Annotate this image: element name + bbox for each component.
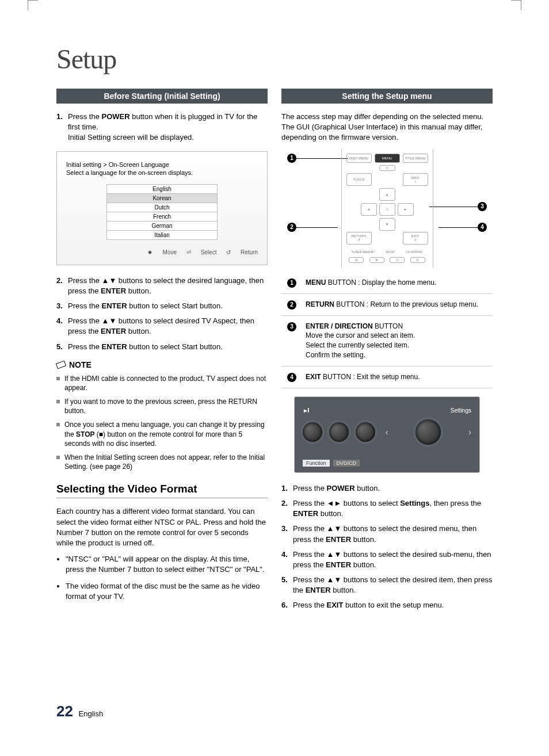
step-item: 2.Press the ◄► buttons to select Setting…: [281, 498, 493, 519]
steps-list-initial-2: 2.Press the ▲▼ buttons to select the des…: [56, 276, 268, 352]
panel-instruction: Select a language for the on-screen disp…: [66, 169, 258, 176]
carousel-icon-3: [356, 422, 375, 442]
panel-footer: ⯁ Move ⏎ Select ↺ Return: [66, 249, 258, 255]
language-option: Korean: [106, 194, 218, 203]
step-item: 2.Press the ▲▼ buttons to select the des…: [56, 276, 268, 296]
settings-label: Settings: [451, 407, 471, 414]
step-item: 3.Press the ▲▼ buttons to select the des…: [281, 524, 493, 544]
callout-1: 1: [287, 154, 296, 163]
callout-3: 3: [478, 202, 487, 211]
note-icon: [56, 360, 66, 369]
video-format-bullets: "NTSC" or "PAL" will appear on the displ…: [56, 554, 268, 602]
language-option: Italian: [106, 231, 218, 240]
language-option: English: [106, 184, 218, 194]
source-tag: DVD/CD: [333, 460, 360, 467]
hint-move: ⯁ Move: [147, 249, 177, 255]
step-item: 5.Press the ENTER button to select Start…: [56, 342, 268, 352]
section-bar-right: Setting the Setup menu: [281, 89, 493, 104]
step-item: 4.Press the ▲▼ buttons to select the des…: [281, 549, 493, 570]
remote-display-icon: ▭: [379, 165, 395, 171]
notes-list: If the HDMI cable is connected to the pr…: [56, 374, 268, 472]
remote-down: ▼: [379, 218, 395, 231]
page-footer: 22 English: [56, 702, 103, 720]
language-option: Dutch: [106, 203, 218, 212]
language-option: German: [106, 222, 218, 231]
remote-right: ►: [398, 203, 414, 216]
definition-row: 4EXIT BUTTON : Exit the setup menu.: [281, 366, 493, 388]
remote-enter: ⏎: [379, 203, 395, 216]
step-item: 5.Press the ▲▼ buttons to select the des…: [281, 575, 493, 595]
step-item: 4.Press the ▲▼ buttons to select desired…: [56, 316, 268, 337]
remote-exit: EXIT⤫: [403, 232, 428, 245]
step-item: 3.Press the ENTER button to select Start…: [56, 301, 268, 311]
hint-return: ↺ Return: [226, 249, 258, 255]
carousel-icon-1: [303, 422, 322, 442]
definition-row: 2RETURN BUTTON : Return to the previous …: [281, 293, 493, 315]
language-option: French: [106, 212, 218, 222]
subheading-video-format: Selecting the Video Format: [56, 483, 268, 495]
function-tag: Function: [303, 460, 330, 467]
step-item: 1.Press the POWER button.: [281, 483, 493, 494]
chevron-left-icon: ‹: [386, 427, 388, 437]
setup-menu-intro: The access step may differ depending on …: [281, 112, 493, 143]
note-item: When the Initial Setting screen does not…: [56, 453, 268, 471]
osd-language-panel: Initial setting > On-Screen Language Sel…: [56, 151, 268, 265]
remote-bottom-labels: TUNER MEMORYMO/STCD RIPPING: [346, 250, 428, 254]
bullet-item: The video format of the disc must be the…: [66, 581, 268, 602]
step-item: 6.Press the EXIT button to exit the setu…: [281, 600, 493, 610]
language-list: EnglishKoreanDutchFrenchGermanItalian: [106, 184, 218, 240]
play-pause-icon: ►II: [303, 407, 308, 414]
video-format-intro: Each country has a different video forma…: [56, 506, 268, 548]
steps-list-initial: 1.Press the POWER button when it is plug…: [56, 112, 268, 143]
steps-list-setup: 1.Press the POWER button.2.Press the ◄► …: [281, 483, 493, 611]
button-definitions-table: 1MENU BUTTON : Display the home menu.2RE…: [281, 272, 493, 388]
callout-2: 2: [287, 223, 296, 232]
remote-color-buttons: ABCD: [346, 257, 428, 263]
chevron-right-icon: ›: [468, 427, 471, 437]
note-heading: NOTE: [56, 360, 268, 369]
note-item: If the HDMI cable is connected to the pr…: [56, 374, 268, 392]
definition-row: 1MENU BUTTON : Display the home menu.: [281, 272, 493, 294]
remote-menu: MENU: [375, 154, 400, 163]
bullet-item: "NTSC" or "PAL" will appear on the displ…: [66, 554, 268, 575]
remote-return: RETURN↺: [346, 232, 372, 245]
section-bar-left: Before Starting (Initial Setting): [56, 89, 268, 104]
remote-diagram: 1 2 3 4 DISC MENU MENU TITLE MENU: [281, 149, 493, 264]
carousel-icon-settings: [415, 419, 441, 445]
remote-up: ▲: [379, 188, 395, 201]
crop-mark-top-right: [511, 0, 521, 10]
note-item: If you want to move to the previous scre…: [56, 397, 268, 415]
tv-settings-panel: ►II Settings ‹ › Functio: [294, 396, 480, 473]
page-number: 22: [56, 702, 73, 720]
step-item: 1.Press the POWER button when it is plug…: [56, 112, 268, 143]
remote-left: ◄: [361, 203, 377, 216]
remote-title-menu: TITLE MENU: [403, 154, 428, 163]
remote-tools: TOOLS: [346, 173, 372, 186]
page-language: English: [79, 709, 104, 718]
page-title: Setup: [56, 43, 493, 75]
panel-breadcrumb: Initial setting > On-Screen Language: [66, 161, 258, 168]
hint-select: ⏎ Select: [186, 249, 217, 255]
crop-mark-top-left: [28, 0, 38, 10]
callout-4: 4: [478, 223, 487, 232]
definition-row: 3ENTER / DIRECTION BUTTONMove the cursor…: [281, 315, 493, 366]
remote-info: INFOi: [403, 173, 428, 186]
note-item: Once you select a menu language, you can…: [56, 420, 268, 448]
remote-disc-menu: DISC MENU: [346, 154, 372, 163]
carousel-icon-2: [329, 422, 349, 442]
